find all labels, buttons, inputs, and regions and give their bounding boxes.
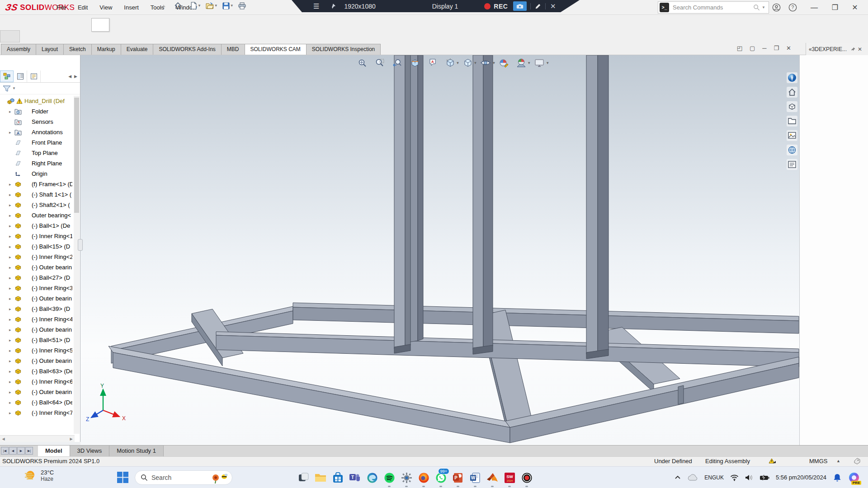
feature-tree-item[interactable]: ▸ (-) Outer bearin <box>0 262 72 272</box>
expand-arrow-icon[interactable]: ▸ <box>9 182 14 187</box>
next-tab-button[interactable]: ▶ <box>17 447 25 455</box>
view-tool-button[interactable]: ▼ <box>534 58 549 68</box>
tab-feature-tree[interactable] <box>0 70 14 82</box>
task-pane-tab[interactable] <box>787 159 797 170</box>
minimize-button[interactable]: — <box>807 0 822 15</box>
quick-access-button[interactable]: ▼ <box>221 1 235 10</box>
taskbar-app-icon[interactable]: 99+ <box>432 468 449 488</box>
expand-arrow-icon[interactable]: ▸ <box>9 307 14 311</box>
tree-horizontal-scrollbar[interactable]: ◀ ▶ <box>0 435 75 442</box>
weather-widget[interactable]: 23°C Haze <box>24 469 54 482</box>
battery-icon[interactable] <box>760 474 769 481</box>
feature-tree-item[interactable]: ▸ (f) Frame<1> (D <box>0 179 72 189</box>
command-tab[interactable]: Evaluate <box>121 44 154 55</box>
task-pane-tab[interactable] <box>787 130 797 141</box>
view-tool-button[interactable]: ▼ <box>480 58 495 68</box>
taskbar-search[interactable]: Search <box>135 470 232 485</box>
last-tab-button[interactable]: ▶| <box>25 447 33 455</box>
doc-window-button[interactable]: ─ <box>762 45 766 52</box>
menu-item[interactable]: View <box>94 0 118 15</box>
capture-pin-icon[interactable] <box>330 3 336 9</box>
expand-arrow-icon[interactable]: ▸ <box>9 369 14 374</box>
feature-tree-item[interactable]: ▸ Hand_Drill (Def <box>0 96 72 106</box>
expand-arrow-icon[interactable]: ▸ <box>9 109 14 114</box>
expand-arrow-icon[interactable]: ▸ <box>9 276 14 280</box>
expand-arrow-icon[interactable]: ▸ <box>9 348 14 353</box>
expand-arrow-icon[interactable]: ▸ <box>9 286 14 291</box>
tree-vertical-scrollbar[interactable] <box>74 96 80 434</box>
feature-tree-item[interactable]: ▸ (-) Inner Ring<2 <box>0 252 72 262</box>
view-tool-button[interactable]: ▼ <box>410 58 425 68</box>
taskbar-app-icon[interactable] <box>518 468 535 488</box>
feature-tree-item[interactable]: ▸ (-) Ball<63> (De <box>0 366 72 376</box>
doc-window-button[interactable]: ✕ <box>786 45 791 52</box>
search-icon[interactable] <box>753 4 760 11</box>
feature-tree-item[interactable]: ▸ Folder <box>0 106 72 117</box>
task-pane-tab[interactable] <box>787 87 797 98</box>
feature-tree-item[interactable]: ▸ (-) Outer bearin <box>0 387 72 397</box>
tag-icon[interactable] <box>854 458 861 465</box>
scrollbar-thumb[interactable] <box>74 98 79 213</box>
feature-tree-item[interactable]: ▸ Outer bearing< <box>0 210 72 221</box>
menu-item[interactable]: Edit <box>72 0 94 15</box>
taskbar-app-icon[interactable] <box>329 468 346 488</box>
feature-tree-item[interactable]: ▸ Origin <box>0 169 72 179</box>
feature-tree-item[interactable]: ▸ (-) Ball<39> (D <box>0 304 72 314</box>
tray-chevron-icon[interactable] <box>675 474 681 481</box>
feature-tree-item[interactable]: ▸ (-) Outer bearin <box>0 356 72 366</box>
wifi-icon[interactable] <box>730 474 739 481</box>
account-profile-icon[interactable] <box>769 0 784 15</box>
expand-arrow-icon[interactable]: ▸ <box>9 400 14 405</box>
feature-tree-item[interactable]: ▸ (-) Inner Ring<5 <box>0 345 72 356</box>
taskbar-app-icon[interactable]: W <box>467 468 484 488</box>
command-tab[interactable]: SOLIDWORKS CAM <box>245 44 307 55</box>
start-button[interactable] <box>117 471 129 483</box>
onedrive-icon[interactable] <box>687 474 698 481</box>
taskbar-app-icon[interactable] <box>381 468 398 488</box>
view-tool-button[interactable]: ▼ <box>392 58 407 68</box>
first-tab-button[interactable]: |◀ <box>1 447 9 455</box>
expand-arrow-icon[interactable]: ▸ <box>9 359 14 363</box>
feature-tree-item[interactable]: ▸ (-) Inner Ring<4 <box>0 314 72 324</box>
view-tool-button[interactable]: ▼ <box>357 58 372 68</box>
document-tab[interactable]: Model <box>38 446 70 457</box>
command-tab[interactable]: SOLIDWORKS Inspection <box>306 44 381 55</box>
feature-tree-item[interactable]: ▸ Front Plane <box>0 137 72 148</box>
expand-arrow-icon[interactable]: ▸ <box>9 390 14 394</box>
units-caret-icon[interactable]: ▲ <box>836 459 840 463</box>
task-pane-tab[interactable] <box>787 101 797 112</box>
tab-property-manager[interactable] <box>14 70 27 82</box>
feature-tree-item[interactable]: ▸ (-) Ball<27> (D <box>0 272 72 283</box>
taskbar-app-icon[interactable]: T <box>346 468 363 488</box>
capture-close-button[interactable]: ✕ <box>549 3 557 10</box>
document-tab[interactable]: 3D Views <box>70 446 110 457</box>
pane-pin-icon[interactable] <box>850 47 856 52</box>
feature-tree-item[interactable]: ▸ (-) Ball<1> (De <box>0 221 72 231</box>
command-tab[interactable]: MBD <box>221 44 245 55</box>
expand-arrow-icon[interactable]: ▸ <box>9 317 14 322</box>
doc-window-button[interactable]: ❐ <box>774 45 779 52</box>
command-tab[interactable]: SOLIDWORKS Add-Ins <box>153 44 221 55</box>
search-dropdown-caret[interactable]: ▼ <box>762 5 765 9</box>
floating-toolbar[interactable] <box>91 18 109 32</box>
close-button[interactable]: ✕ <box>847 0 863 15</box>
feature-tree-item[interactable]: ▸ Right Plane <box>0 158 72 169</box>
expand-arrow-icon[interactable]: ▸ <box>9 213 14 218</box>
feature-tree-item[interactable]: ▸ (-) Ball<64> (De <box>0 397 72 408</box>
feature-tree-item[interactable]: ▸ (-) Inner Ring<1 <box>0 231 72 241</box>
expand-arrow-icon[interactable]: ▸ <box>9 328 14 332</box>
taskbar-app-icon[interactable] <box>484 468 501 488</box>
view-tool-button[interactable]: ▼ <box>499 58 513 68</box>
annotate-pencil-button[interactable] <box>534 3 542 10</box>
expand-arrow-icon[interactable]: ▸ <box>9 265 14 270</box>
panel-splitter-handle[interactable] <box>78 239 83 251</box>
menu-item[interactable]: Insert <box>118 0 145 15</box>
expand-arrow-icon[interactable]: ▸ <box>9 234 14 239</box>
units-selector[interactable]: MMGS <box>809 458 827 465</box>
pin-menubar-icon[interactable] <box>159 4 166 11</box>
volume-icon[interactable] <box>745 474 753 481</box>
task-pane-tab[interactable] <box>787 145 797 155</box>
capture-menu-icon[interactable]: ☰ <box>313 2 320 10</box>
view-tool-button[interactable]: ▼ <box>463 58 477 68</box>
view-tool-button[interactable]: ▼ <box>445 58 460 68</box>
